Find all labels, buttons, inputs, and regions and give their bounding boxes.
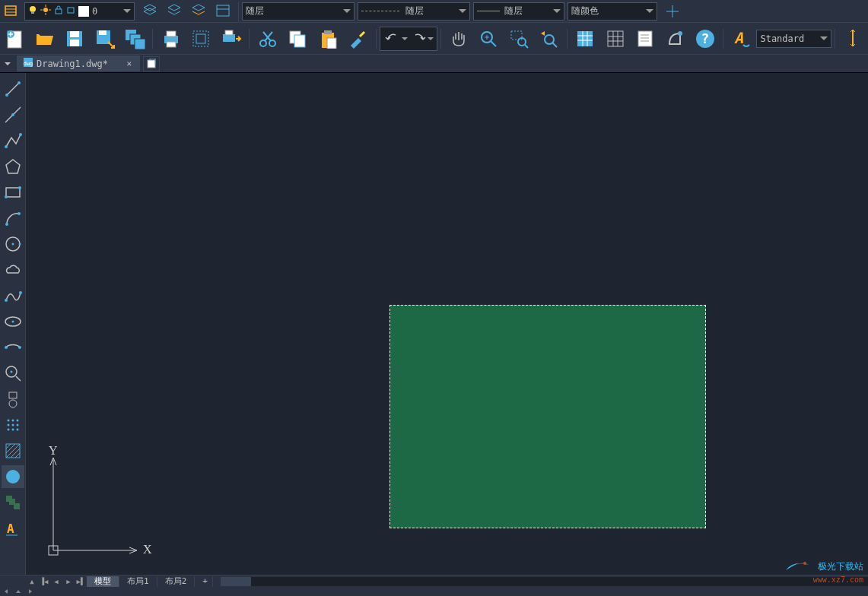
tabs-next[interactable]: ▶ bbox=[62, 576, 75, 587]
open-button[interactable] bbox=[31, 25, 58, 52]
insert-block-tool[interactable] bbox=[2, 362, 24, 385]
file-tab-active[interactable]: dwg Drawing1.dwg* ✕ bbox=[17, 55, 140, 71]
layer-isolate-icon[interactable] bbox=[212, 1, 234, 22]
saveall-button[interactable] bbox=[121, 25, 148, 52]
scrollbar-thumb[interactable] bbox=[221, 577, 251, 586]
help-button[interactable]: ? bbox=[692, 25, 718, 52]
design-center-button[interactable] bbox=[662, 25, 688, 52]
print-preview-button[interactable] bbox=[188, 25, 215, 52]
layer-states-icon[interactable] bbox=[139, 1, 161, 22]
svg-marker-71 bbox=[6, 160, 20, 173]
redo-button[interactable] bbox=[409, 28, 428, 49]
add-layout-tab[interactable]: + bbox=[195, 576, 213, 587]
layer-walk-icon[interactable] bbox=[188, 1, 209, 22]
tabs-scroll-up[interactable]: ▲ bbox=[26, 576, 38, 587]
svg-point-85 bbox=[18, 346, 21, 349]
layer-combo[interactable]: 0 bbox=[24, 2, 135, 21]
redo-dropdown-icon[interactable] bbox=[428, 37, 434, 40]
svg-point-94 bbox=[11, 424, 14, 426]
tabs-last[interactable]: ▶▌ bbox=[75, 576, 87, 587]
copy-button[interactable] bbox=[285, 25, 311, 52]
close-tab-icon[interactable]: ✕ bbox=[125, 59, 134, 68]
properties-panel-button[interactable] bbox=[631, 25, 658, 52]
mtext-tool[interactable]: A bbox=[2, 517, 24, 540]
svg-point-97 bbox=[11, 429, 14, 431]
cut-button[interactable] bbox=[254, 25, 281, 52]
status-up[interactable] bbox=[12, 587, 24, 596]
revision-cloud-tool[interactable] bbox=[2, 258, 24, 281]
ellipse-tool[interactable] bbox=[2, 310, 24, 333]
standard-toolbar: ? A Standard bbox=[0, 23, 868, 55]
construction-line-tool[interactable] bbox=[2, 103, 24, 126]
spline-tool[interactable] bbox=[2, 284, 24, 307]
lineweight-preview bbox=[361, 11, 399, 11]
svg-line-100 bbox=[6, 444, 11, 449]
print-button[interactable] bbox=[157, 25, 184, 52]
model-tab[interactable]: 模型 bbox=[87, 576, 119, 587]
status-bar bbox=[0, 587, 868, 596]
grid-button[interactable] bbox=[602, 25, 628, 52]
save-button[interactable] bbox=[62, 25, 88, 52]
circle-tool[interactable] bbox=[2, 233, 24, 255]
layer-name: 0 bbox=[92, 6, 97, 17]
layer-properties-manager-icon[interactable] bbox=[2, 1, 23, 22]
plotstyle-combo[interactable]: 随层 bbox=[473, 2, 564, 21]
linetype-combo[interactable]: 随层 bbox=[242, 2, 355, 21]
svg-point-87 bbox=[10, 371, 12, 373]
rectangle-tool[interactable] bbox=[2, 181, 24, 204]
hatch-tool[interactable] bbox=[2, 439, 24, 462]
drawing-canvas[interactable]: Y X bbox=[26, 73, 868, 575]
make-block-tool[interactable] bbox=[2, 388, 24, 411]
polygon-tool[interactable] bbox=[2, 155, 24, 178]
watermark-line2: www.xz7.com bbox=[813, 575, 863, 584]
layer-color-swatch bbox=[78, 6, 89, 17]
gradient-tool[interactable] bbox=[2, 465, 24, 488]
svg-text:?: ? bbox=[701, 30, 709, 46]
tab-list-dropdown[interactable] bbox=[0, 55, 15, 72]
file-tab-name: Drawing1.dwg* bbox=[37, 59, 108, 69]
lock-icon bbox=[54, 5, 63, 17]
dimension-icon[interactable] bbox=[840, 25, 866, 52]
undo-dropdown-icon[interactable] bbox=[402, 37, 408, 40]
svg-point-76 bbox=[17, 212, 21, 215]
svg-text:A: A bbox=[734, 29, 743, 47]
svg-point-98 bbox=[16, 429, 18, 431]
properties-extra-icon[interactable] bbox=[662, 1, 683, 22]
status-arrow-right[interactable] bbox=[24, 587, 37, 596]
zoom-window-button[interactable] bbox=[505, 25, 532, 52]
svg-point-79 bbox=[18, 243, 21, 246]
text-style-combo[interactable]: Standard bbox=[756, 30, 831, 48]
line-tool[interactable] bbox=[2, 78, 24, 100]
horizontal-scrollbar[interactable] bbox=[221, 577, 868, 586]
arc-tool[interactable] bbox=[2, 207, 24, 230]
svg-point-114 bbox=[803, 562, 806, 565]
paste-button[interactable] bbox=[314, 25, 341, 52]
layer-previous-icon[interactable] bbox=[164, 1, 185, 22]
lineweight-combo[interactable]: 随层 bbox=[358, 2, 470, 21]
layout-tab-bar: ▲ ▐◀ ◀ ▶ ▶▌ 模型 布局1 布局2 + bbox=[0, 575, 868, 587]
zoom-realtime-button[interactable] bbox=[475, 25, 502, 52]
pan-button[interactable] bbox=[446, 25, 472, 52]
layout1-tab[interactable]: 布局1 bbox=[119, 576, 157, 587]
match-properties-button[interactable] bbox=[344, 25, 370, 52]
point-tool[interactable] bbox=[2, 414, 24, 436]
table-button[interactable] bbox=[572, 25, 599, 52]
new-tab-button[interactable] bbox=[143, 56, 160, 71]
tabs-prev[interactable]: ◀ bbox=[50, 576, 62, 587]
watermark: 极光下载站 www.xz7.com bbox=[782, 559, 863, 585]
publish-button[interactable] bbox=[218, 25, 244, 52]
status-arrow-left[interactable] bbox=[0, 587, 12, 596]
ellipse-arc-tool[interactable] bbox=[2, 336, 24, 359]
color-combo[interactable]: 随颜色 bbox=[568, 2, 657, 21]
text-style-icon[interactable]: A bbox=[728, 25, 755, 52]
new-button[interactable] bbox=[2, 25, 28, 52]
region-tool[interactable] bbox=[2, 491, 24, 514]
tabs-first[interactable]: ▐◀ bbox=[38, 576, 50, 587]
chevron-down-icon bbox=[123, 9, 131, 13]
undo-button[interactable] bbox=[383, 28, 402, 49]
svg-rect-12 bbox=[217, 5, 229, 16]
saveas-button[interactable] bbox=[91, 25, 118, 52]
layout2-tab[interactable]: 布局2 bbox=[157, 576, 196, 587]
polyline-tool[interactable] bbox=[2, 129, 24, 152]
zoom-previous-button[interactable] bbox=[535, 25, 561, 52]
